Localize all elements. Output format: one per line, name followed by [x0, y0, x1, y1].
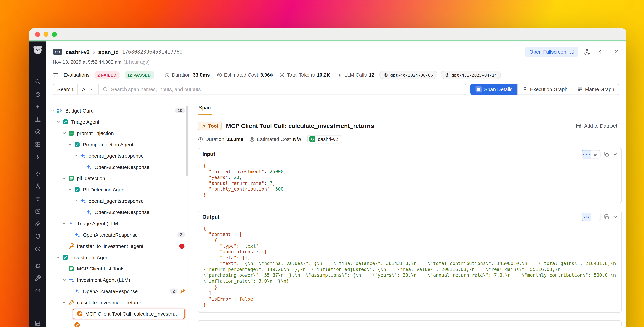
zoom-window-button[interactable] — [52, 32, 57, 37]
copy-icon[interactable] — [604, 151, 610, 157]
tree-row-triage-agent[interactable]: Triage Agent — [46, 116, 188, 128]
agent-icon — [74, 186, 80, 193]
chevron-down-icon[interactable] — [61, 175, 67, 181]
span-details-button[interactable]: Span Details — [470, 84, 518, 95]
filters-icon[interactable] — [33, 194, 42, 203]
count-badge: 10 — [175, 108, 185, 113]
project-badge[interactable]: ⚙ cashri-v2 — [308, 135, 342, 143]
tree-row-mcp-client-tool-call-calculate-investm[interactable]: MCP Client Tool Call: calculate_investm… — [46, 308, 188, 320]
gauge-icon[interactable] — [33, 286, 42, 295]
search-icon[interactable] — [33, 77, 42, 86]
tree-row-budget-guru[interactable]: Budget Guru10 — [46, 105, 188, 116]
playground-icon[interactable] — [33, 152, 42, 161]
chevron-down-icon[interactable] — [67, 142, 73, 148]
breadcrumb-separator-icon: › — [93, 49, 95, 55]
input-card: Input </> — [198, 148, 622, 203]
minimize-window-button[interactable] — [44, 32, 49, 37]
chevron-down-icon[interactable] — [55, 254, 61, 260]
tools-icon[interactable] — [33, 274, 42, 282]
input-view-toggle: </> — [582, 150, 600, 158]
tab-span[interactable]: Span — [198, 102, 212, 115]
search-input[interactable] — [111, 86, 462, 92]
tree-row-mcp-client-list-tools[interactable]: MCP Client List Tools — [46, 263, 188, 274]
workspace: Budget Guru10Triage Agentprompt_injectio… — [46, 98, 626, 327]
execution-graph-button[interactable]: Execution Graph — [517, 84, 572, 95]
flame-icon — [577, 86, 582, 92]
evaluations-icon — [53, 72, 59, 78]
tree-row-pii-detection[interactable]: pii_detection — [46, 173, 188, 184]
tree-row-openai-createresponse[interactable]: OpenAI.createResponse — [46, 206, 188, 218]
code-view-toggle[interactable]: </> — [582, 150, 591, 158]
chevron-down-icon[interactable] — [67, 187, 73, 193]
span-title: MCP Client Tool Call: calculate_investme… — [226, 122, 374, 129]
phoenix-logo[interactable] — [32, 44, 43, 55]
tree-row-openai-agents-response[interactable]: openai_agents.response — [46, 195, 188, 206]
trace-graph-icon[interactable] — [584, 48, 590, 55]
breadcrumb-project[interactable]: cashri-v2 — [66, 49, 90, 55]
close-panel-icon[interactable] — [614, 49, 620, 55]
tree-row-prompt-injection-agent[interactable]: Prompt Injection Agent — [46, 139, 188, 150]
chevron-down-icon[interactable] — [61, 130, 67, 136]
infra-icon[interactable] — [33, 318, 42, 327]
collapse-chevron-icon[interactable] — [612, 214, 618, 220]
tree-row-openai-createresponse[interactable]: OpenAI.createResponse — [46, 161, 188, 173]
flame-graph-button[interactable]: Flame Graph — [572, 84, 619, 95]
view-toggle-group: Span DetailsExecution GraphFlame Graph — [470, 84, 620, 95]
tree-row-openai-createresponse[interactable]: OpenAI.createResponse2 — [46, 286, 188, 297]
traces-icon[interactable] — [33, 102, 42, 111]
code-view-toggle[interactable]: </> — [582, 213, 591, 221]
header-actions: Open Fullscreen — [525, 47, 619, 57]
tree-row-prompt-injection[interactable]: prompt_injection — [46, 128, 188, 139]
extensions-icon[interactable] — [33, 206, 42, 216]
tree-row-partial[interactable] — [46, 320, 188, 327]
tree-row-label: transfer_to_investment_agent — [77, 243, 143, 249]
experiments-icon[interactable] — [33, 182, 42, 190]
open-external-icon[interactable] — [596, 49, 602, 55]
tree-row-pii-detection-agent[interactable]: PII Detection Agent — [46, 184, 188, 195]
projects-icon[interactable] — [33, 140, 42, 149]
dataset-table-icon — [575, 123, 582, 129]
chevron-down-icon[interactable] — [73, 198, 79, 204]
tree-row-openai-createresponse[interactable]: OpenAI.createResponse2 — [46, 229, 188, 240]
chevron-down-icon[interactable] — [49, 108, 55, 114]
links-icon[interactable] — [33, 219, 42, 228]
chevron-down-icon[interactable] — [55, 119, 61, 125]
collapse-chevron-icon[interactable] — [612, 151, 618, 157]
tree-row-investment-agent-llm[interactable]: Investment Agent (LLM) — [46, 274, 188, 286]
copy-icon[interactable] — [604, 214, 610, 220]
chevron-down-icon[interactable] — [73, 153, 79, 159]
text-view-toggle[interactable] — [591, 213, 600, 221]
chevron-down-icon[interactable] — [61, 220, 67, 226]
search-control: Search All — [53, 84, 466, 95]
tree-rows: Budget Guru10Triage Agentprompt_injectio… — [46, 98, 188, 327]
text-view-toggle[interactable] — [591, 150, 600, 158]
metrics-icon[interactable] — [33, 114, 42, 124]
tree-row-openai-agents-response[interactable]: openai_agents.response — [46, 150, 188, 162]
span-stats-row: Duration33.0ms Estimated CostN/A ⚙ cashr… — [189, 135, 626, 143]
history-icon[interactable] — [33, 90, 42, 98]
tree-row-triage-agent-llm[interactable]: Triage Agent (LLM) — [46, 218, 188, 229]
clusters-icon[interactable] — [33, 169, 42, 178]
add-to-dataset-button[interactable]: Add to Dataset — [575, 123, 617, 129]
security-icon[interactable] — [33, 232, 42, 241]
sidebar-bottom-stack — [33, 318, 42, 327]
tree-row-label: Investment Agent (LLM) — [77, 277, 130, 283]
search-scope-dropdown[interactable]: All — [78, 84, 99, 94]
sessions-icon[interactable] — [33, 127, 42, 136]
eval-stat-estimated-cost: Estimated Cost3.06¢ — [216, 72, 273, 78]
debug-icon[interactable] — [33, 261, 42, 270]
selected-tree-row[interactable]: MCP Client Tool Call: calculate_investm… — [73, 308, 185, 319]
tree-scrollbar[interactable] — [186, 106, 188, 176]
tree-row-investment-agent[interactable]: Investment Agent — [46, 252, 188, 263]
clock-icon — [164, 72, 170, 78]
retention-icon[interactable] — [33, 244, 42, 253]
open-fullscreen-button[interactable]: Open Fullscreen — [525, 47, 578, 57]
chevron-down-icon[interactable] — [61, 277, 67, 283]
tree-row-calculate-investment-returns[interactable]: calculate_investment_returns — [46, 297, 188, 308]
tree-row-transfer-to-investment-agent[interactable]: transfer_to_investment_agent — [46, 240, 188, 252]
chevron-down-icon[interactable] — [61, 300, 67, 306]
close-window-button[interactable] — [35, 32, 40, 37]
tree-row-label: MCP Client List Tools — [77, 266, 124, 272]
tree-row-label: openai_agents.response — [89, 198, 144, 204]
gear-icon: ⚙ — [310, 136, 316, 142]
